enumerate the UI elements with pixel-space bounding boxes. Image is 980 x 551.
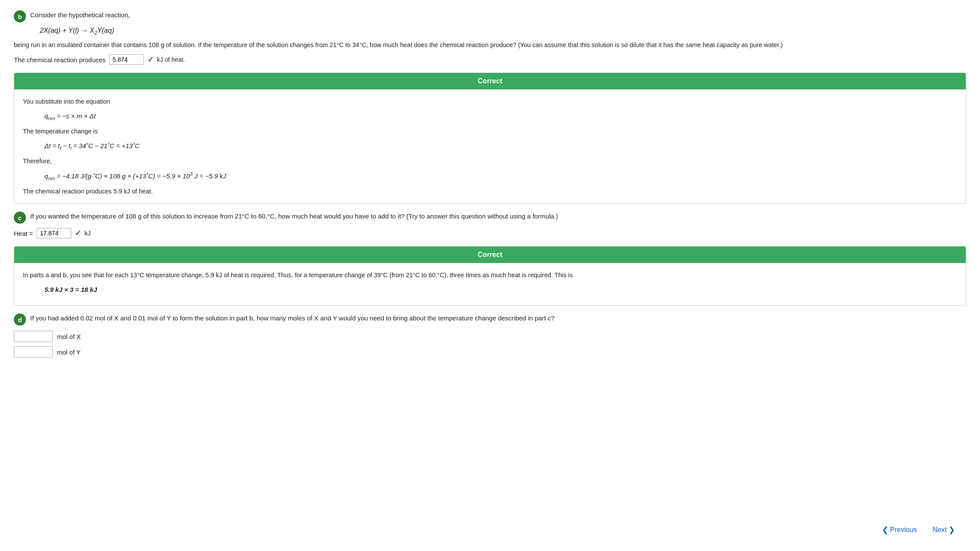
correct-content-c: In parts a and b, you see that for each … xyxy=(14,263,966,305)
part-d-row-x: mol of X xyxy=(14,331,966,342)
navigation-row: ❮ Previous Next ❯ xyxy=(874,522,963,538)
correct-banner-b: Correct xyxy=(14,73,966,89)
part-d-badge: d xyxy=(14,314,26,326)
previous-button[interactable]: ❮ Previous xyxy=(874,522,925,538)
page-container: b Consider the hypothetical reaction, 2X… xyxy=(0,0,980,551)
next-chevron-icon: ❯ xyxy=(948,525,955,535)
correct-b-eq3: qrxn = −4.18 J/(g·˚C) × 108 g × (+13˚C) … xyxy=(44,170,957,183)
part-b-badge: b xyxy=(14,10,26,22)
part-b-answer-input[interactable] xyxy=(109,54,144,65)
part-b-answer-prefix: The chemical reaction produces xyxy=(14,56,106,63)
part-b-answer-row: The chemical reaction produces ✓ kJ of h… xyxy=(14,54,966,65)
correct-b-eq2: Δt = tf − ti = 34˚C − 21˚C = +13˚C xyxy=(44,140,957,152)
correct-b-eq1: qrxn = −s × m × Δt xyxy=(44,111,957,123)
part-c-check-icon: ✓ xyxy=(75,228,81,238)
prev-chevron-icon: ❮ xyxy=(882,525,888,535)
part-c-question: If you wanted the temperature of 108 g o… xyxy=(30,212,558,222)
correct-banner-c: Correct xyxy=(14,247,966,263)
part-d-question: If you had added 0.02 mol of X and 0.01 … xyxy=(30,314,555,323)
part-d-input-x[interactable] xyxy=(14,331,53,342)
part-b-question: Consider the hypothetical reaction, xyxy=(30,10,130,20)
correct-b-line3: Therefore, xyxy=(23,156,957,167)
part-d-label-y: mol of Y xyxy=(57,348,81,356)
correct-box-c: Correct In parts a and b, you see that f… xyxy=(14,246,966,306)
part-b-body: being run in an insulated container that… xyxy=(14,40,966,50)
correct-content-b: You substitute into the equation qrxn = … xyxy=(14,89,966,203)
part-c-badge: c xyxy=(14,212,26,224)
correct-b-line1: You substitute into the equation xyxy=(23,96,957,107)
part-d-label-x: mol of X xyxy=(57,333,81,340)
correct-c-line1: In parts a and b, you see that for each … xyxy=(23,270,957,281)
correct-b-line4: The chemical reaction produces 5.9 kJ of… xyxy=(23,186,957,197)
part-b-answer-unit: kJ of heat. xyxy=(157,56,185,63)
part-c-answer-prefix: Heat = xyxy=(14,230,33,237)
part-d-row-y: mol of Y xyxy=(14,346,966,358)
correct-b-line2: The temperature change is xyxy=(23,126,957,137)
correct-box-b: Correct You substitute into the equation… xyxy=(14,73,966,204)
part-d-input-y[interactable] xyxy=(14,346,53,358)
next-label: Next xyxy=(932,526,947,534)
part-b-check-icon: ✓ xyxy=(147,55,154,64)
part-c-answer-row: Heat = ✓ kJ xyxy=(14,228,966,238)
part-b-block: b Consider the hypothetical reaction, 2X… xyxy=(14,10,966,65)
part-b-equation: 2X(aq) + Y(l) → X2Y(aq) xyxy=(40,27,966,36)
correct-c-eq1: 5.9 kJ × 3 = 18 kJ xyxy=(44,284,957,295)
previous-label: Previous xyxy=(890,526,917,534)
part-c-answer-input[interactable] xyxy=(37,228,71,238)
part-d-block: d If you had added 0.02 mol of X and 0.0… xyxy=(14,314,966,358)
part-d-inputs: mol of X mol of Y xyxy=(14,331,966,358)
part-c-block: c If you wanted the temperature of 108 g… xyxy=(14,212,966,238)
next-button[interactable]: Next ❯ xyxy=(925,522,963,538)
part-c-answer-unit: kJ xyxy=(85,230,91,237)
